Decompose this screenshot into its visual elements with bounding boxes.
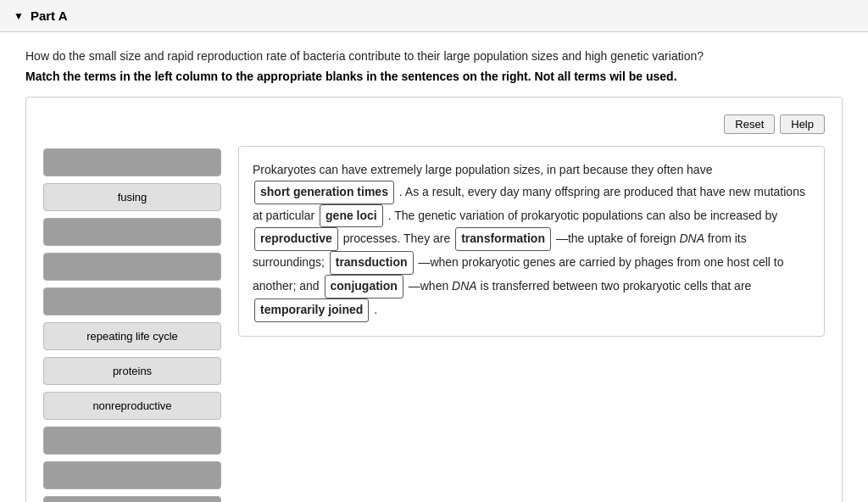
part-title: Part A [31, 8, 68, 23]
term-empty-2[interactable] [43, 218, 221, 246]
term-nonreproductive[interactable]: nonreproductive [43, 392, 221, 420]
instruction-text: Match the terms in the left column to th… [25, 70, 843, 83]
term-empty-3[interactable] [43, 253, 221, 281]
blank-3[interactable]: reproductive [254, 227, 338, 251]
passage-text-7: —when DNA is transferred between two pro… [409, 279, 752, 293]
blank-4[interactable]: transformation [455, 227, 551, 251]
blank-2[interactable]: gene loci [320, 204, 383, 228]
left-column: fusing repeating life cycle proteins non… [43, 114, 221, 502]
blank-6[interactable]: conjugation [325, 275, 403, 298]
term-fusing[interactable]: fusing [43, 183, 221, 211]
passage-box: Prokaryotes can have extremely large pop… [238, 146, 825, 337]
reset-button[interactable]: Reset [724, 114, 775, 134]
question-text: How do the small size and rapid reproduc… [25, 49, 843, 63]
toggle-icon[interactable]: ▼ [14, 10, 24, 22]
activity-box: fusing repeating life cycle proteins non… [25, 97, 843, 502]
blank-1[interactable]: short generation times [254, 181, 394, 204]
blank-7[interactable]: temporarily joined [254, 298, 369, 322]
passage-text-3: . The genetic variation of prokaryotic p… [388, 209, 778, 222]
top-bar: Reset Help [238, 114, 825, 134]
passage-text-1: Prokaryotes can have extremely large pop… [253, 163, 712, 176]
term-repeating-life-cycle[interactable]: repeating life cycle [43, 322, 221, 350]
blank-5[interactable]: transduction [330, 251, 414, 275]
passage-text-4: processes. They are [343, 231, 451, 245]
term-empty-7[interactable] [43, 496, 221, 502]
term-proteins[interactable]: proteins [43, 357, 221, 385]
right-column: Reset Help Prokaryotes can have extremel… [238, 114, 825, 502]
term-empty-5[interactable] [43, 427, 221, 455]
term-empty-1[interactable] [43, 148, 221, 176]
help-button[interactable]: Help [780, 114, 825, 134]
passage-text-8: . [374, 303, 377, 316]
term-empty-6[interactable] [43, 461, 221, 489]
term-empty-4[interactable] [43, 287, 221, 315]
